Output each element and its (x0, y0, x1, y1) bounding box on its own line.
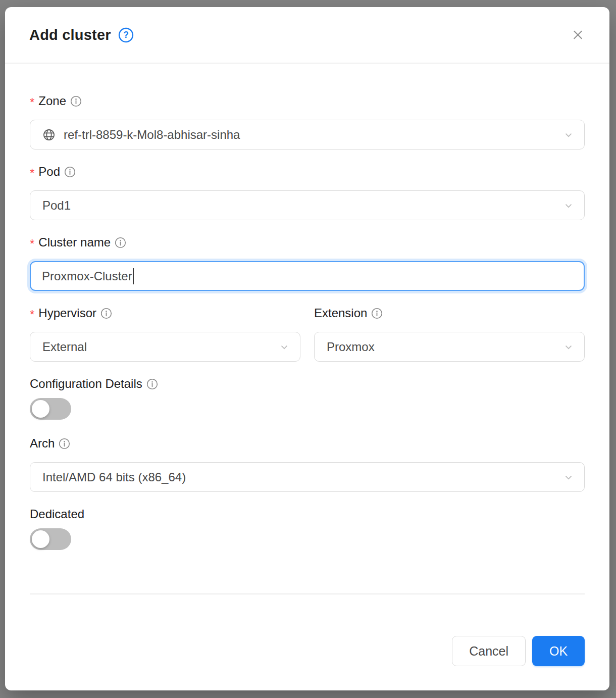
cluster-name-input-value: Proxmox-Cluster (42, 269, 132, 283)
dedicated-toggle[interactable] (30, 528, 71, 550)
modal-header: Add cluster ? (5, 7, 609, 64)
extension-select-value: Proxmox (327, 340, 557, 354)
zone-select-value: ref-trl-8859-k-Mol8-abhisar-sinha (64, 128, 557, 142)
form-item-hypervisor: * Hypervisor External (30, 305, 300, 362)
chevron-down-icon (563, 472, 574, 483)
form-item-cluster-name: * Cluster name Proxmox-Cluster (30, 234, 585, 291)
info-icon[interactable] (59, 438, 70, 450)
dedicated-label: Dedicated (30, 506, 585, 522)
hypervisor-select-value: External (42, 340, 273, 354)
zone-label: * Zone (30, 93, 585, 109)
required-asterisk: * (30, 96, 34, 109)
zone-select[interactable]: ref-trl-8859-k-Mol8-abhisar-sinha (30, 120, 585, 149)
pod-label: * Pod (30, 164, 585, 180)
hypervisor-label-text: Hypervisor (38, 306, 96, 320)
close-icon[interactable] (567, 24, 589, 46)
form-item-extension: Extension Proxmox (314, 305, 585, 362)
form-item-pod: * Pod Pod1 (30, 164, 585, 220)
svg-text:?: ? (123, 30, 129, 40)
info-icon[interactable] (70, 95, 82, 107)
form-item-zone: * Zone ref-t (30, 93, 585, 149)
cancel-button[interactable]: Cancel (452, 636, 526, 666)
zone-label-text: Zone (38, 94, 66, 108)
add-cluster-modal: Add cluster ? * Zone (5, 7, 609, 690)
chevron-down-icon (279, 341, 290, 353)
hypervisor-select[interactable]: External (30, 332, 300, 362)
chevron-down-icon (563, 341, 574, 353)
extension-label: Extension (314, 305, 585, 321)
info-icon[interactable] (64, 166, 76, 178)
toggle-knob (32, 530, 49, 548)
toggle-knob (32, 400, 49, 418)
extension-label-text: Extension (314, 306, 367, 320)
arch-select[interactable]: Intel/AMD 64 bits (x86_64) (30, 462, 585, 492)
modal-body: * Zone ref-t (5, 64, 609, 593)
pod-select[interactable]: Pod1 (30, 190, 585, 220)
pod-label-text: Pod (38, 165, 60, 179)
info-icon[interactable] (146, 378, 158, 390)
ok-button[interactable]: OK (532, 636, 585, 666)
modal-footer: Cancel OK (5, 593, 609, 690)
form-item-configuration-details: Configuration Details (30, 376, 585, 420)
arch-label-text: Arch (30, 436, 55, 451)
cluster-name-label: * Cluster name (30, 234, 585, 251)
modal-title: Add cluster (29, 27, 111, 43)
form-item-dedicated: Dedicated (30, 506, 585, 550)
cluster-name-label-text: Cluster name (38, 235, 111, 250)
extension-select[interactable]: Proxmox (314, 332, 585, 362)
globe-icon (42, 128, 56, 141)
required-asterisk: * (30, 167, 34, 179)
info-icon[interactable] (100, 308, 112, 319)
configuration-details-toggle[interactable] (30, 398, 71, 420)
chevron-down-icon (563, 129, 574, 140)
pod-select-value: Pod1 (42, 198, 557, 213)
arch-label: Arch (30, 435, 585, 452)
footer-buttons: Cancel OK (5, 594, 609, 690)
info-icon[interactable] (371, 308, 383, 319)
configuration-details-label: Configuration Details (30, 376, 585, 392)
dedicated-label-text: Dedicated (30, 507, 84, 521)
hypervisor-label: * Hypervisor (30, 305, 300, 321)
text-caret (133, 268, 134, 284)
info-icon[interactable] (115, 237, 126, 248)
form-row-hypervisor-extension: * Hypervisor External (30, 305, 585, 362)
configuration-details-label-text: Configuration Details (30, 377, 142, 391)
chevron-down-icon (563, 200, 574, 211)
required-asterisk: * (30, 238, 34, 250)
arch-select-value: Intel/AMD 64 bits (x86_64) (42, 470, 557, 484)
form-item-arch: Arch Intel/AMD 64 bits (x86_64) (30, 435, 585, 492)
required-asterisk: * (30, 309, 34, 321)
question-circle-icon[interactable]: ? (118, 27, 134, 43)
cluster-name-input[interactable]: Proxmox-Cluster (30, 261, 585, 291)
